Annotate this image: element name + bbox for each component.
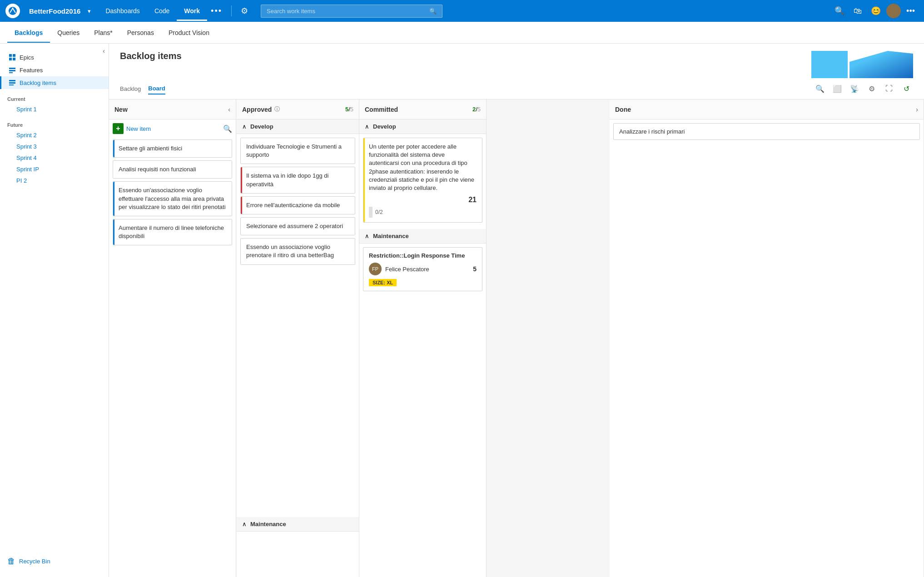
new-item-button[interactable]: + New item <box>113 123 151 134</box>
card-accent <box>113 219 114 245</box>
committed-total: 5 <box>477 106 481 113</box>
sidebar-sprint-4[interactable]: Sprint 4 <box>0 152 109 164</box>
user-icon[interactable]: 😊 <box>867 2 884 20</box>
sidebar-sprint-2[interactable]: Sprint 2 <box>0 129 109 141</box>
column-committed-header: Committed 2/5 <box>359 99 486 119</box>
done-card-0[interactable]: Analizzare i rischi primari <box>613 123 920 140</box>
column-committed: Committed 2/5 ∧ Develop Un utente per p <box>359 99 487 577</box>
approved-info-icon[interactable]: ⓘ <box>274 105 280 113</box>
recycle-bin-item[interactable]: 🗑 Recycle Bin <box>0 553 109 570</box>
backlog-label: Backlog items <box>20 80 56 86</box>
settings-toolbar-btn[interactable]: ⚙ <box>865 82 879 95</box>
recycle-bin-icon: 🗑 <box>7 557 15 566</box>
svg-rect-4 <box>13 58 15 60</box>
maintenance-card-user-row: FP Felice Pescatore 5 <box>369 263 477 275</box>
progress-bar <box>369 207 373 218</box>
card-new-2[interactable]: Essendo un'associazione voglio effettuar… <box>113 181 232 216</box>
card-number: 21 <box>369 196 477 204</box>
overflow-icon[interactable]: ••• <box>903 3 919 20</box>
approved-card-4[interactable]: Essendo un associazione voglio prenotare… <box>240 238 355 264</box>
sidebar-collapse-btn[interactable]: ‹ <box>103 47 105 55</box>
tab-backlogs[interactable]: Backlogs <box>7 23 50 43</box>
backlog-icon <box>9 79 16 86</box>
sidebar-pi-2[interactable]: PI 2 <box>0 175 109 186</box>
tab-product-vision[interactable]: Product Vision <box>161 23 217 43</box>
card-new-0[interactable]: Settare gli ambienti fisici <box>113 139 232 158</box>
content-area: Backlog items Backlog Board 🔍 ⬜ 📡 ⚙ ⛶ <box>109 44 924 577</box>
column-new-collapse[interactable]: ‹ <box>228 106 230 113</box>
avatar-initial: FP <box>372 266 378 272</box>
fullscreen-toolbar-btn[interactable]: ⛶ <box>882 82 896 95</box>
svg-rect-5 <box>9 68 15 69</box>
app-logo[interactable] <box>5 4 20 18</box>
tab-personas[interactable]: Personas <box>120 23 161 43</box>
card-text: Il sistema va in idle dopo 1gg di operat… <box>246 172 328 187</box>
card-accent <box>241 167 242 193</box>
approved-develop-body: Individuare Tecnologie e Strumenti a sup… <box>237 134 359 517</box>
sidebar-item-backlog[interactable]: Backlog items <box>0 76 109 89</box>
search-box[interactable]: Search work items 🔍 <box>261 5 442 18</box>
refresh-toolbar-btn[interactable]: ↺ <box>899 82 913 95</box>
column-done-body: Analizzare i rischi primari <box>610 119 924 144</box>
bag-icon[interactable]: 🛍 <box>850 3 865 20</box>
approved-maintenance-group-header[interactable]: ∧ Maintenance <box>237 517 359 532</box>
nav-dashboards[interactable]: Dashboards <box>98 1 147 21</box>
features-icon <box>9 66 16 74</box>
committed-maintenance-chevron: ∧ <box>365 233 369 239</box>
nav-code[interactable]: Code <box>147 1 177 21</box>
committed-develop-title: Develop <box>373 123 396 130</box>
nav-work[interactable]: Work <box>177 1 207 21</box>
sidebar-sprint-1[interactable]: Sprint 1 <box>0 104 109 115</box>
card-new-1[interactable]: Analisi requisiti non funzionali <box>113 160 232 179</box>
approved-card-1[interactable]: Il sistema va in idle dopo 1gg di operat… <box>240 167 355 193</box>
approved-develop-group-header[interactable]: ∧ Develop <box>237 119 359 134</box>
svg-rect-9 <box>9 82 15 84</box>
approved-card-3[interactable]: Selezionare ed assumere 2 operatori <box>240 217 355 235</box>
approved-maintenance-chevron: ∧ <box>242 521 247 527</box>
settings-icon[interactable]: ⚙ <box>237 2 252 20</box>
svg-rect-3 <box>9 58 12 60</box>
page-sub-nav: Backlog Board 🔍 ⬜ 📡 ⚙ ⛶ ↺ <box>120 78 913 95</box>
column-done-collapse[interactable]: › <box>916 106 918 113</box>
column-new: New ‹ + New item 🔍 Settare gli ambienti … <box>109 99 236 577</box>
tab-queries[interactable]: Queries <box>50 23 87 43</box>
breadcrumb-board[interactable]: Board <box>148 83 165 95</box>
search-icon-btn[interactable]: 🔍 <box>831 2 848 20</box>
sidebar-item-features[interactable]: Features <box>0 64 109 76</box>
epics-icon <box>9 54 16 61</box>
sidebar-bottom: 🗑 Recycle Bin <box>0 553 109 570</box>
future-group-label: Future <box>0 119 109 129</box>
committed-develop-group-header[interactable]: ∧ Develop <box>359 119 486 134</box>
user-avatar[interactable] <box>886 4 901 18</box>
filter-toolbar-btn[interactable]: ⬜ <box>830 82 844 95</box>
tab-plans[interactable]: Plans* <box>87 23 119 43</box>
nav-more[interactable]: ••• <box>207 0 226 22</box>
approved-committed-wrapper: Approved ⓘ 5/5 ∧ Develop <box>237 99 609 577</box>
approved-card-0[interactable]: Individuare Tecnologie e Strumenti a sup… <box>240 138 355 164</box>
project-name[interactable]: BetterFood2016 <box>25 5 84 17</box>
card-new-3[interactable]: Aumentare il numero di linee telefoniche… <box>113 219 232 245</box>
committed-card-0[interactable]: Un utente per poter accedere alle funzio… <box>363 138 482 223</box>
search-icon[interactable]: 🔍 <box>429 8 437 15</box>
committed-count: 2/5 <box>472 106 481 113</box>
alert-toolbar-btn[interactable]: 📡 <box>848 82 861 95</box>
svg-rect-10 <box>9 85 14 85</box>
search-toolbar-btn[interactable]: 🔍 <box>813 82 827 95</box>
svg-rect-8 <box>9 80 15 81</box>
committed-maintenance-group-header[interactable]: ∧ Maintenance <box>359 229 486 244</box>
page-title: Backlog items <box>120 51 182 61</box>
top-nav-links: Dashboards Code Work ••• <box>98 0 226 22</box>
committed-maintenance-card-0[interactable]: Restriction::Login Response Time FP Feli… <box>363 247 482 291</box>
sidebar-sprint-ip[interactable]: Sprint IP <box>0 164 109 175</box>
card-text: Individuare Tecnologie e Strumenti a sup… <box>246 143 342 158</box>
approved-count: 5/5 <box>345 106 353 113</box>
project-dropdown-chevron[interactable]: ▾ <box>86 6 93 16</box>
approved-card-2[interactable]: Errore nell'autenticazione da mobile <box>240 196 355 214</box>
column-search-icon[interactable]: 🔍 <box>223 124 232 133</box>
sidebar-current-group: Current Sprint 1 <box>0 93 109 115</box>
approved-maintenance-body <box>237 532 359 577</box>
sidebar-item-epics[interactable]: Epics <box>0 51 109 64</box>
breadcrumb-backlog[interactable]: Backlog <box>120 84 141 94</box>
committed-develop-body: Un utente per poter accedere alle funzio… <box>359 134 486 229</box>
sidebar-sprint-3[interactable]: Sprint 3 <box>0 141 109 152</box>
